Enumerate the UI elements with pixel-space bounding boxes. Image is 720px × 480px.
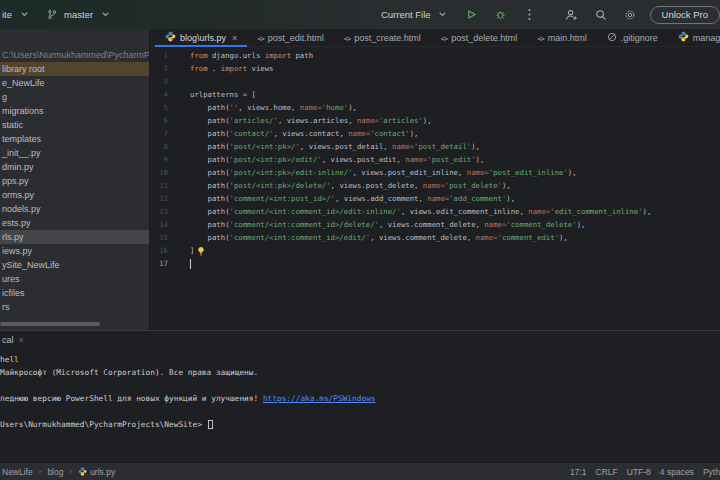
- tree-item[interactable]: orms.py: [0, 188, 149, 202]
- line-number[interactable]: 7: [150, 127, 168, 140]
- code-token: , views.edit_comment_inline,: [401, 205, 528, 218]
- project-tree-panel[interactable]: C:\Users\Nurmukhammed\PycharmProjelibrar…: [0, 29, 150, 330]
- tree-item[interactable]: e_NewLife: [0, 76, 149, 90]
- terminal-output[interactable]: hellМайкрософт (Microsoft Corporation). …: [0, 349, 720, 462]
- editor-tab[interactable]: blog\urls.py×: [155, 29, 247, 46]
- tree-item[interactable]: templates: [0, 132, 149, 146]
- editor-tab-bar: blog\urls.py×<>post_edit.html<>post_crea…: [150, 29, 720, 47]
- code-line[interactable]: 17: [150, 257, 720, 270]
- line-number[interactable]: 15: [150, 231, 168, 244]
- vcs-widget[interactable]: master: [44, 7, 113, 23]
- settings-icon[interactable]: [622, 7, 638, 23]
- code-line[interactable]: 14 path('comment/<int:comment_id>/delete…: [150, 218, 720, 231]
- code-token: , views.home,: [238, 101, 300, 114]
- tree-item[interactable]: nodels.py: [0, 202, 149, 216]
- run-icon[interactable]: [464, 7, 480, 23]
- terminal-link[interactable]: https://aka.ms/PSWindows: [263, 392, 376, 405]
- code-token: name=: [476, 231, 498, 244]
- tree-item[interactable]: dmin.py: [0, 160, 149, 174]
- status-widget[interactable]: CRLF: [596, 467, 618, 477]
- status-widget[interactable]: 4 spaces: [660, 467, 694, 477]
- line-number[interactable]: 17: [150, 257, 168, 270]
- line-number[interactable]: 1: [150, 49, 168, 62]
- status-widget[interactable]: 17:1: [570, 467, 587, 477]
- editor-tab[interactable]: <>post_create.html: [334, 29, 431, 46]
- line-number[interactable]: 12: [150, 192, 168, 205]
- run-configuration-selector[interactable]: Current File: [381, 7, 451, 23]
- code-line[interactable]: 12 path('comment/<int:post_id>/', views.…: [150, 192, 720, 205]
- code-line[interactable]: 5 path('', views.home, name='home'),: [150, 101, 720, 114]
- debug-icon[interactable]: [493, 7, 509, 23]
- project-widget[interactable]: ite: [2, 7, 32, 23]
- code-line[interactable]: 15 path('comment/<int:comment_id>/edit/'…: [150, 231, 720, 244]
- code-line[interactable]: 13 path('comment/<int:comment_id>/edit-i…: [150, 205, 720, 218]
- tree-item[interactable]: ests.py: [0, 216, 149, 230]
- line-number[interactable]: 14: [150, 218, 168, 231]
- add-user-icon[interactable]: [564, 7, 580, 23]
- line-number[interactable]: 13: [150, 205, 168, 218]
- terminal-panel: cal × hellМайкрософт (Microsoft Corporat…: [0, 330, 720, 462]
- code-line[interactable]: 6 path('articles/', views.articles, name…: [150, 114, 720, 127]
- code-line[interactable]: 3: [150, 75, 720, 88]
- tree-item[interactable]: iews.py: [0, 244, 149, 258]
- html-file-icon: <>: [537, 33, 543, 43]
- breadcrumb-item[interactable]: NewLife: [2, 467, 33, 477]
- editor-tab[interactable]: <>post_delete.html: [431, 29, 527, 46]
- horizontal-scrollbar[interactable]: [0, 322, 100, 326]
- code-editor[interactable]: 1from django.urls import path2from . imp…: [150, 47, 720, 330]
- editor-tab[interactable]: <>main.html: [527, 29, 596, 46]
- code-line[interactable]: 9 path('post/<int:pk>/edit/', views.post…: [150, 153, 720, 166]
- code-token: urlpatterns = [: [190, 88, 256, 101]
- close-icon[interactable]: ×: [19, 335, 24, 345]
- code-token: ),: [348, 101, 357, 114]
- editor-area: blog\urls.py×<>post_edit.html<>post_crea…: [150, 29, 720, 330]
- line-number[interactable]: 8: [150, 140, 168, 153]
- editor-tab[interactable]: <>post_edit.html: [247, 29, 333, 46]
- lightbulb-icon[interactable]: [197, 246, 205, 256]
- line-number[interactable]: 3: [150, 75, 168, 88]
- tree-item[interactable]: icfiles: [0, 286, 149, 300]
- code-text: from django.urls import path: [190, 49, 313, 62]
- tree-item[interactable]: ySite_NewLife: [0, 258, 149, 272]
- line-number[interactable]: 10: [150, 166, 168, 179]
- status-widget[interactable]: Python: [703, 467, 720, 477]
- code-line[interactable]: 1from django.urls import path: [150, 49, 720, 62]
- code-line[interactable]: 10 path('post/<int:pk>/edit-inline/', vi…: [150, 166, 720, 179]
- status-widget[interactable]: UTF-8: [627, 467, 651, 477]
- line-number[interactable]: 4: [150, 88, 168, 101]
- line-number[interactable]: 5: [150, 101, 168, 114]
- tree-item[interactable]: ures: [0, 272, 149, 286]
- terminal-tab-local[interactable]: cal: [2, 335, 14, 345]
- line-number[interactable]: 9: [150, 153, 168, 166]
- more-vertical-icon[interactable]: [522, 7, 538, 23]
- line-number[interactable]: 2: [150, 62, 168, 75]
- line-number[interactable]: 11: [150, 179, 168, 192]
- breadcrumb-item[interactable]: urls.py: [90, 467, 115, 477]
- code-line[interactable]: 16]: [150, 244, 720, 257]
- close-icon[interactable]: ×: [232, 33, 237, 43]
- tree-item[interactable]: library root: [0, 62, 149, 76]
- tree-item[interactable]: C:\Users\Nurmukhammed\PycharmProje: [0, 48, 149, 62]
- code-line[interactable]: 8 path('post/<int:pk>/', views.post_deta…: [150, 140, 720, 153]
- code-line[interactable]: 11 path('post/<int:pk>/delete/', views.p…: [150, 179, 720, 192]
- tree-item[interactable]: _init__.py: [0, 146, 149, 160]
- tree-item[interactable]: static: [0, 118, 149, 132]
- tree-item[interactable]: pps.py: [0, 174, 149, 188]
- search-icon[interactable]: [593, 7, 609, 23]
- line-number[interactable]: 16: [150, 244, 168, 257]
- breadcrumb-item[interactable]: blog: [47, 467, 63, 477]
- code-token: 'comment/<int:comment_id>/edit-inline/': [230, 205, 401, 218]
- branch-name: master: [64, 9, 93, 20]
- code-token: from: [190, 49, 208, 62]
- editor-tab[interactable]: .gitignore: [597, 29, 668, 46]
- tree-item[interactable]: rls.py: [0, 230, 149, 244]
- line-number[interactable]: 6: [150, 114, 168, 127]
- code-line[interactable]: 7 path('contact/', views.contact, name='…: [150, 127, 720, 140]
- code-line[interactable]: 2from . import views: [150, 62, 720, 75]
- tree-item[interactable]: g: [0, 90, 149, 104]
- unlock-pro-button[interactable]: Unlock Pro: [650, 6, 720, 24]
- tree-item[interactable]: migrations: [0, 104, 149, 118]
- code-line[interactable]: 4urlpatterns = [: [150, 88, 720, 101]
- editor-tab[interactable]: manage.py: [668, 29, 720, 46]
- tree-item[interactable]: rs: [0, 300, 149, 314]
